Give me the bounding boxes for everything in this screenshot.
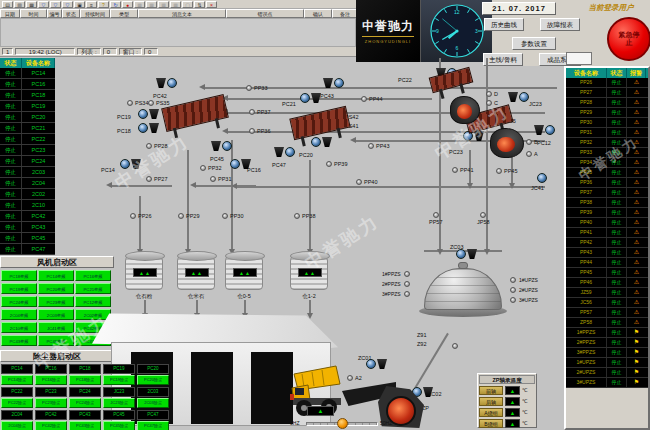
device-row[interactable]: JZ59 停止 ⚠: [566, 288, 648, 298]
fan-vfd-button[interactable]: JC41变频: [38, 322, 74, 333]
dust-start-button[interactable]: PC14除尘: [1, 375, 33, 385]
dust-start-button[interactable]: PC20除尘: [137, 375, 169, 385]
fan-vfd-button[interactable]: 2C02变频: [75, 309, 111, 320]
device-row[interactable]: 停止 PC20: [0, 112, 55, 123]
dust-start-button[interactable]: 2C03除尘: [137, 398, 169, 408]
hopper-motor-pc20[interactable]: [311, 137, 332, 147]
fan-vfd-button[interactable]: PC23变频: [38, 296, 74, 307]
dust-device-button[interactable]: PC22: [1, 387, 33, 397]
fan-vfd-button[interactable]: PC43变频: [1, 335, 37, 346]
vibrating-screen-1[interactable]: [161, 94, 229, 132]
device-row[interactable]: 3#PPZS 停止 ⚑: [566, 348, 648, 358]
device-row[interactable]: PP35 停止 ⚠: [566, 168, 648, 178]
device-row[interactable]: PP34 停止 ⚠: [566, 158, 648, 168]
device-row[interactable]: 2#PPZS 停止 ⚑: [566, 338, 648, 348]
hopper-motor-pc45[interactable]: [211, 141, 232, 151]
vibrating-screen-2[interactable]: [289, 106, 350, 140]
device-row[interactable]: PP44 停止 ⚠: [566, 258, 648, 268]
dust-start-button[interactable]: 2C04除尘: [1, 421, 33, 430]
device-row[interactable]: 停止 PC42: [0, 211, 55, 222]
device-row[interactable]: 停止 2C04: [0, 178, 55, 189]
toolbar-icon[interactable]: ▦: [134, 1, 145, 8]
dust-device-button[interactable]: PC20: [137, 364, 169, 374]
dust-start-button[interactable]: PC19除尘: [103, 375, 135, 385]
device-row[interactable]: PP43 停止 ⚠: [566, 248, 648, 258]
emergency-stop-button[interactable]: 紧急停止: [607, 17, 650, 61]
hopper-motor-zc03[interactable]: [456, 249, 477, 259]
cone-crusher-1[interactable]: [450, 96, 480, 124]
device-row[interactable]: PP57 停止 ⚠: [566, 308, 648, 318]
device-row[interactable]: 3#UPZS 停止 ⚑: [566, 378, 648, 388]
fault-report-button[interactable]: 故障报表: [540, 18, 580, 31]
device-row[interactable]: PP45 停止 ⚠: [566, 268, 648, 278]
device-row[interactable]: 停止 2C02: [0, 189, 55, 200]
fan-vfd-button[interactable]: PC20变频: [38, 283, 74, 294]
temp-label-button[interactable]: B绕组: [479, 419, 503, 428]
toolbar-icon[interactable]: ×: [206, 1, 217, 8]
hopper-motor-pc19[interactable]: [138, 109, 159, 119]
device-row[interactable]: PP37 停止 ⚠: [566, 188, 648, 198]
fan-vfd-button[interactable]: PC24变频: [1, 296, 37, 307]
dust-start-button[interactable]: JC23除尘: [103, 398, 135, 408]
toolbar-icon[interactable]: ●: [122, 1, 133, 8]
device-row[interactable]: PP46 停止 ⚠: [566, 278, 648, 288]
dust-device-button[interactable]: PC16: [35, 364, 67, 374]
device-row[interactable]: PP33 停止 ⚠: [566, 148, 648, 158]
toolbar-icon[interactable]: ↻: [110, 1, 121, 8]
device-row[interactable]: PP27 停止 ⚠: [566, 88, 648, 98]
device-row[interactable]: 停止 PC19: [0, 101, 55, 112]
dust-start-button[interactable]: PC43除尘: [69, 421, 101, 430]
device-row[interactable]: 停止 PC43: [0, 222, 55, 233]
device-row[interactable]: 停止 PC18: [0, 90, 55, 101]
device-row[interactable]: 停止 PC22: [0, 134, 55, 145]
dust-device-button[interactable]: PC43: [69, 410, 101, 420]
parameter-settings-button[interactable]: 参数设置: [512, 37, 556, 50]
dust-start-button[interactable]: PC24除尘: [69, 398, 101, 408]
device-row[interactable]: 停止 PC21: [0, 123, 55, 134]
toolbar-icon[interactable]: ≡: [86, 1, 97, 8]
device-row[interactable]: 停止 PC23: [0, 145, 55, 156]
dust-start-button[interactable]: PC23除尘: [35, 398, 67, 408]
hopper-motor-pc12[interactable]: [534, 125, 555, 135]
frequency-slider-handle[interactable]: [337, 418, 348, 429]
dust-start-button[interactable]: PC47除尘: [137, 421, 169, 430]
dust-start-button[interactable]: PC16除尘: [35, 375, 67, 385]
device-row[interactable]: 1#PPZS 停止 ⚑: [566, 328, 648, 338]
dust-device-button[interactable]: PC23: [35, 387, 67, 397]
cone-crusher-2[interactable]: [490, 128, 524, 158]
hopper-motor-pc47[interactable]: [274, 147, 295, 157]
fan-vfd-button[interactable]: PC18变频: [1, 270, 37, 281]
device-row[interactable]: PP38 停止 ⚠: [566, 198, 648, 208]
device-row[interactable]: 停止 PC47: [0, 244, 55, 255]
device-row[interactable]: 停止 PC14: [0, 68, 55, 79]
dust-device-button[interactable]: JC23: [103, 387, 135, 397]
toolbar-icon[interactable]: ▥: [14, 1, 25, 8]
temp-label-button[interactable]: A绕组: [479, 408, 503, 417]
dust-start-button[interactable]: PC22除尘: [1, 398, 33, 408]
fan-vfd-button[interactable]: 2C03变频: [38, 309, 74, 320]
toolbar-icon[interactable]: ▽: [38, 1, 49, 8]
device-row[interactable]: PP31 停止 ⚠: [566, 128, 648, 138]
device-row[interactable]: PP29 停止 ⚠: [566, 108, 648, 118]
dust-device-button[interactable]: 2C04: [1, 410, 33, 420]
toolbar-icon[interactable]: ⇅: [194, 1, 205, 8]
device-row[interactable]: JC56 停止 ⚠: [566, 298, 648, 308]
device-row[interactable]: PP40 停止 ⚠: [566, 218, 648, 228]
dust-device-button[interactable]: PC19: [103, 364, 135, 374]
toolbar-icon[interactable]: ▢: [182, 1, 193, 8]
right-panel-button[interactable]: [566, 52, 592, 65]
dust-device-button[interactable]: PC47: [137, 410, 169, 420]
dust-device-button[interactable]: PC14: [1, 364, 33, 374]
dust-device-button[interactable]: PC18: [69, 364, 101, 374]
hopper-motor-pc42[interactable]: [156, 78, 177, 88]
fan-vfd-button[interactable]: PC12变频: [75, 296, 111, 307]
fan-vfd-button[interactable]: PC19变频: [1, 283, 37, 294]
toolbar-icon[interactable]: ▽: [50, 1, 61, 8]
toolbar-icon[interactable]: ▦: [170, 1, 181, 8]
toolbar-icon[interactable]: ▽: [62, 1, 73, 8]
device-row[interactable]: PP39 停止 ⚠: [566, 208, 648, 218]
dust-start-button[interactable]: PC18除尘: [69, 375, 101, 385]
mainline-button[interactable]: 主线/骨料: [483, 53, 523, 66]
hopper-motor-pc14[interactable]: [120, 159, 141, 169]
hopper-motor-pc43[interactable]: [323, 78, 344, 88]
